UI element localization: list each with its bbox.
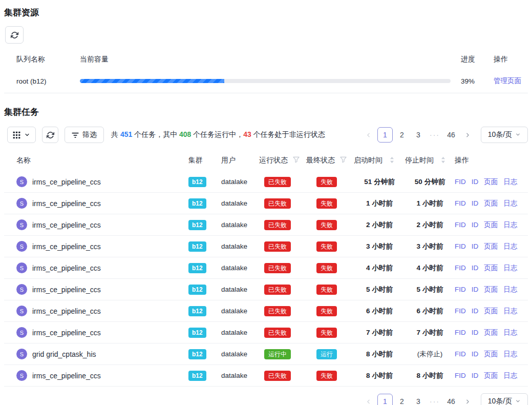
stop-time: 3 小时前 (417, 242, 443, 250)
task-name: irms_ce_pipeline_ccs (32, 329, 101, 337)
log-link[interactable]: 日志 (503, 286, 517, 293)
page-link[interactable]: 页面 (484, 221, 498, 229)
avatar: S (16, 327, 27, 338)
filter-button[interactable]: 筛选 (65, 127, 104, 143)
page-size-select[interactable]: 10条/页 (481, 393, 528, 405)
user-name: datalake (221, 300, 259, 322)
run-status-badge: 已失败 (264, 263, 291, 273)
manage-page-link[interactable]: 管理页面 (494, 77, 521, 85)
stop-time: 8 小时前 (417, 372, 443, 379)
filter-funnel-icon[interactable] (340, 156, 347, 165)
id-link[interactable]: ID (472, 242, 479, 250)
capacity-progress-fill (80, 79, 224, 83)
run-status-badge: 运行中 (264, 349, 291, 359)
fid-link[interactable]: FID (455, 199, 466, 207)
start-time: 7 小时前 (366, 329, 393, 336)
filter-funnel-icon[interactable] (293, 156, 300, 165)
page-button-last[interactable]: 46 (444, 127, 458, 143)
stop-time: 2 小时前 (417, 221, 443, 229)
fid-link[interactable]: FID (455, 350, 466, 358)
run-status-badge: 已失败 (264, 198, 291, 209)
log-link[interactable]: 日志 (503, 242, 517, 250)
log-link[interactable]: 日志 (503, 264, 517, 272)
task-name: irms_ce_pipeline_ccs (32, 264, 101, 272)
page-link[interactable]: 页面 (484, 199, 498, 207)
page-ellipsis[interactable]: ··· (428, 394, 442, 405)
table-row: S irms_ce_pipeline_ccs b12 datalake 已失败 … (4, 193, 528, 214)
fid-link[interactable]: FID (455, 372, 466, 379)
id-link[interactable]: ID (472, 264, 479, 272)
col-header-actions: 操作 (485, 51, 528, 69)
stop-time: 5 小时前 (417, 286, 443, 293)
page-link[interactable]: 页面 (484, 329, 498, 336)
col-header-run-status[interactable]: 运行状态 (259, 151, 306, 171)
next-page-button[interactable] (460, 394, 475, 405)
id-link[interactable]: ID (472, 221, 479, 229)
fid-link[interactable]: FID (455, 307, 466, 315)
stop-time: 4 小时前 (417, 264, 443, 272)
log-link[interactable]: 日志 (503, 350, 517, 358)
page-link[interactable]: 页面 (484, 307, 498, 315)
prev-page-button[interactable] (361, 394, 375, 405)
log-link[interactable]: 日志 (503, 372, 517, 379)
final-status-badge: 失败 (316, 198, 337, 209)
final-status-badge: 失败 (316, 263, 337, 273)
fid-link[interactable]: FID (455, 264, 466, 272)
page-size-select[interactable]: 10条/页 (481, 127, 528, 143)
page-button-2[interactable]: 2 (395, 127, 409, 143)
start-time: 1 小时前 (366, 199, 393, 207)
id-link[interactable]: ID (472, 199, 479, 207)
final-status-badge: 失败 (316, 241, 337, 252)
page-button-1[interactable]: 1 (377, 127, 393, 143)
log-link[interactable]: 日志 (503, 329, 517, 336)
page-link[interactable]: 页面 (484, 372, 498, 379)
log-link[interactable]: 日志 (503, 199, 517, 207)
id-link[interactable]: ID (472, 350, 479, 358)
id-link[interactable]: ID (472, 329, 479, 336)
page-button-1[interactable]: 1 (377, 394, 393, 405)
fid-link[interactable]: FID (455, 286, 466, 293)
sort-icon[interactable] (441, 156, 445, 165)
col-header-start-time[interactable]: 启动时间 (354, 151, 405, 171)
start-time: 3 小时前 (366, 242, 393, 250)
page-button-3[interactable]: 3 (411, 127, 425, 143)
refresh-tasks-button[interactable] (42, 127, 58, 143)
page-link[interactable]: 页面 (484, 286, 498, 293)
tasks-table-body: S irms_ce_pipeline_ccs b12 datalake 已失败 … (4, 171, 528, 387)
queue-name: root (b12) (4, 69, 80, 93)
sort-icon[interactable] (390, 156, 394, 165)
avatar: S (16, 176, 27, 187)
cluster-badge: b12 (188, 220, 206, 230)
id-link[interactable]: ID (472, 307, 479, 315)
table-row: S irms_ce_pipeline_ccs b12 datalake 已失败 … (4, 171, 528, 193)
fid-link[interactable]: FID (455, 242, 466, 250)
col-header-final-status[interactable]: 最终状态 (306, 151, 354, 171)
id-link[interactable]: ID (472, 286, 479, 293)
page-link[interactable]: 页面 (484, 178, 498, 186)
prev-page-button[interactable] (361, 127, 375, 143)
page-link[interactable]: 页面 (484, 264, 498, 272)
log-link[interactable]: 日志 (503, 221, 517, 229)
run-status-badge: 已失败 (264, 285, 291, 295)
fid-link[interactable]: FID (455, 178, 466, 186)
page-ellipsis[interactable]: ··· (428, 127, 442, 143)
table-row: S irms_ce_pipeline_ccs b12 datalake 已失败 … (4, 300, 528, 322)
next-page-button[interactable] (460, 127, 475, 143)
log-link[interactable]: 日志 (503, 307, 517, 315)
cluster-badge: b12 (188, 371, 206, 381)
page-link[interactable]: 页面 (484, 350, 498, 358)
page-link[interactable]: 页面 (484, 242, 498, 250)
final-status-badge: 运行 (316, 349, 337, 359)
log-link[interactable]: 日志 (503, 178, 517, 186)
page-button-last[interactable]: 46 (444, 394, 458, 405)
page-button-2[interactable]: 2 (395, 394, 409, 405)
layout-grid-dropdown-button[interactable] (7, 127, 36, 143)
fid-link[interactable]: FID (455, 329, 466, 336)
task-name: irms_ce_pipeline_ccs (32, 178, 101, 186)
col-header-stop-time[interactable]: 停止时间 (405, 151, 455, 171)
id-link[interactable]: ID (472, 372, 479, 379)
fid-link[interactable]: FID (455, 221, 466, 229)
refresh-resources-button[interactable] (5, 26, 24, 44)
page-button-3[interactable]: 3 (411, 394, 425, 405)
id-link[interactable]: ID (472, 178, 479, 186)
